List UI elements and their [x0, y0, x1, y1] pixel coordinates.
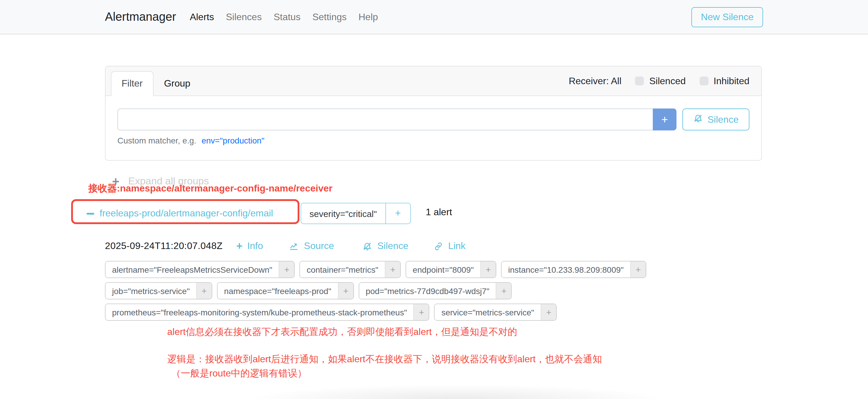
- page: Alertmanager Alerts Silences Status Sett…: [0, 0, 868, 399]
- plus-icon: +: [661, 114, 668, 125]
- matcher-input[interactable]: [117, 109, 653, 130]
- silence-button-label: Silence: [708, 114, 739, 125]
- receiver-group-link[interactable]: freeleaps-prod/alertmanager-config/email: [87, 203, 273, 224]
- tab-group[interactable]: Group: [153, 71, 201, 96]
- label-row: job="metrics-service" + namespace="freel…: [105, 282, 512, 299]
- alert-timestamp: 2025-09-24T11:20:07.048Z: [105, 241, 223, 251]
- bell-slash-icon: [693, 113, 704, 126]
- inhibited-checkbox[interactable]: [699, 76, 708, 85]
- label-button: endpoint="8009" +: [406, 261, 496, 278]
- label-value[interactable]: job="metrics-service": [105, 283, 196, 299]
- filter-card: Filter Group Receiver: All Silenced Inhi…: [105, 66, 762, 161]
- alert-info-label: Info: [247, 241, 263, 251]
- alert-silence-label: Silence: [377, 241, 408, 251]
- app-brand[interactable]: Alertmanager: [105, 10, 176, 24]
- nav-item-status[interactable]: Status: [268, 11, 307, 22]
- matcher-helper: Custom matcher, e.g. env="production": [117, 136, 749, 145]
- label-add-button[interactable]: +: [196, 283, 212, 299]
- group-matcher-button[interactable]: severity="critical": [301, 203, 385, 224]
- alert-link-label: Link: [448, 241, 466, 251]
- annotation-logic-note: 逻辑是：接收器收到alert后进行通知，如果alert不在接收器下，说明接收器没…: [167, 354, 602, 366]
- label-add-button[interactable]: +: [385, 262, 400, 277]
- label-row: prometheus="freeleaps-monitoring-system/…: [105, 304, 557, 321]
- helper-example-link[interactable]: env="production": [202, 136, 265, 145]
- label-button: alertname="FreeleapsMetricsServiceDown" …: [105, 261, 295, 278]
- nav-item-help[interactable]: Help: [352, 11, 384, 22]
- label-button: job="metrics-service" +: [105, 282, 212, 299]
- filter-tabs: Filter Group: [111, 71, 201, 96]
- new-silence-button[interactable]: New Silence: [691, 7, 763, 27]
- collapse-icon: [87, 213, 94, 214]
- plus-icon: +: [236, 241, 243, 251]
- label-value[interactable]: namespace="freeleaps-prod": [218, 283, 338, 299]
- label-button: pod="metrics-77d9cdb497-wdsj7" +: [359, 282, 512, 299]
- silence-button[interactable]: Silence: [682, 109, 749, 130]
- label-row: alertname="FreeleapsMetricsServiceDown" …: [105, 261, 646, 278]
- receiver-filter[interactable]: Receiver: All: [568, 75, 621, 86]
- alert-header: 2025-09-24T11:20:07.048Z + Info Source: [105, 241, 764, 251]
- chart-line-icon: [288, 241, 299, 251]
- filter-header-controls: Receiver: All Silenced Inhibited: [568, 75, 749, 86]
- group-matcher-button-group: severity="critical" +: [301, 203, 410, 224]
- label-add-button[interactable]: +: [480, 262, 496, 277]
- bottom-shade: [196, 379, 717, 399]
- label-button: namespace="freeleaps-prod" +: [217, 282, 354, 299]
- inhibited-checkbox-item[interactable]: Inhibited: [699, 75, 749, 86]
- label-value[interactable]: pod="metrics-77d9cdb497-wdsj7": [359, 283, 496, 299]
- label-value[interactable]: prometheus="freeleaps-monitoring-system/…: [105, 304, 413, 320]
- nav-item-silences[interactable]: Silences: [220, 11, 268, 22]
- label-value[interactable]: instance="10.233.98.209:8009": [502, 262, 630, 277]
- matcher-input-group: +: [117, 109, 677, 130]
- annotation-alert-note: alert信息必须在接收器下才表示配置成功，否则即使能看到alert，但是通知是…: [167, 326, 517, 339]
- alert-link-button[interactable]: Link: [433, 241, 466, 251]
- annotation-logic-note-2: （一般是route中的逻辑有错误）: [172, 368, 307, 380]
- silenced-label: Silenced: [649, 75, 686, 86]
- link-icon: [433, 241, 443, 251]
- alert-block: 2025-09-24T11:20:07.048Z + Info Source: [105, 241, 764, 321]
- label-add-button[interactable]: +: [496, 283, 512, 299]
- inhibited-label: Inhibited: [714, 75, 749, 86]
- bell-slash-icon: [363, 241, 373, 251]
- silenced-checkbox-item[interactable]: Silenced: [635, 75, 686, 86]
- silenced-checkbox[interactable]: [635, 76, 644, 85]
- label-add-button[interactable]: +: [338, 283, 353, 299]
- helper-text: Custom matcher, e.g.: [117, 136, 196, 145]
- alert-source-link[interactable]: Source: [288, 241, 334, 251]
- alert-silence-button[interactable]: Silence: [363, 241, 408, 251]
- label-button: container="metrics" +: [300, 261, 401, 278]
- receiver-group-name: freeleaps-prod/alertmanager-config/email: [100, 208, 273, 219]
- tab-filter[interactable]: Filter: [111, 71, 153, 96]
- filter-card-body: + Silence Custom matcher, e.g.: [105, 96, 761, 145]
- label-value[interactable]: endpoint="8009": [406, 262, 480, 277]
- label-value[interactable]: service="metrics-service": [435, 304, 541, 320]
- label-value[interactable]: container="metrics": [300, 262, 385, 277]
- plus-icon: +: [395, 208, 401, 219]
- navbar-inner: Alertmanager Alerts Silences Status Sett…: [105, 0, 763, 34]
- matcher-row: + Silence: [117, 109, 749, 130]
- filter-card-header: Filter Group Receiver: All Silenced Inhi…: [105, 66, 761, 96]
- nav-item-alerts[interactable]: Alerts: [184, 11, 220, 22]
- label-button: instance="10.233.98.209:8009" +: [501, 261, 646, 278]
- label-add-button[interactable]: +: [413, 304, 429, 320]
- label-add-button[interactable]: +: [279, 262, 294, 277]
- label-value[interactable]: alertname="FreeleapsMetricsServiceDown": [105, 262, 279, 277]
- nav-links: Alerts Silences Status Settings Help: [184, 11, 384, 22]
- alert-count: 1 alert: [426, 207, 452, 218]
- alert-info-button[interactable]: + Info: [236, 241, 263, 251]
- nav-item-settings[interactable]: Settings: [307, 11, 353, 22]
- label-add-button[interactable]: +: [541, 304, 556, 320]
- label-button: service="metrics-service" +: [434, 304, 557, 321]
- group-matcher-add-button[interactable]: +: [385, 203, 410, 224]
- annotation-receiver-note: 接收器:namespace/altermanager-config-name/r…: [88, 183, 332, 195]
- navbar: Alertmanager Alerts Silences Status Sett…: [0, 0, 868, 34]
- alert-labels: alertname="FreeleapsMetricsServiceDown" …: [105, 261, 764, 321]
- alert-source-label: Source: [304, 241, 334, 251]
- label-button: prometheus="freeleaps-monitoring-system/…: [105, 304, 430, 321]
- add-matcher-button[interactable]: +: [653, 109, 677, 130]
- label-add-button[interactable]: +: [630, 262, 646, 277]
